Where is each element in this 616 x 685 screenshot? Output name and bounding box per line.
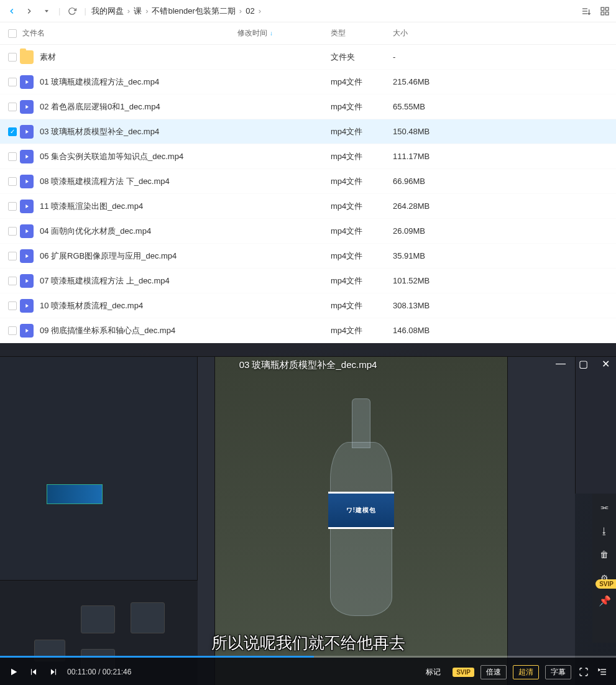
svg-rect-6 bbox=[601, 12, 604, 15]
svg-marker-13 bbox=[25, 205, 29, 208]
file-size: - bbox=[393, 52, 467, 62]
column-header-row: 文件名 修改时间↓ 类型 大小 bbox=[0, 22, 616, 45]
chevron-right-icon: › bbox=[239, 6, 242, 16]
speed-button[interactable]: 倍速 bbox=[480, 665, 507, 679]
folder-icon bbox=[20, 50, 34, 64]
row-checkbox[interactable] bbox=[8, 103, 17, 111]
refresh-button[interactable] bbox=[65, 4, 79, 18]
column-header-type[interactable]: 类型 bbox=[331, 28, 393, 39]
breadcrumb-item[interactable]: 不错blender包装第二期 bbox=[152, 6, 235, 17]
breadcrumb: 我的网盘 › 课 › 不错blender包装第二期 › 02 › bbox=[91, 6, 261, 17]
svg-marker-20 bbox=[32, 669, 36, 674]
row-checkbox[interactable] bbox=[8, 227, 17, 236]
file-size: 26.09MB bbox=[393, 226, 467, 236]
file-size: 111.17MB bbox=[393, 152, 467, 161]
sort-button[interactable] bbox=[580, 5, 592, 17]
file-row[interactable]: 04 面朝向优化水材质_dec.mp4mp4文件26.09MB bbox=[0, 219, 616, 244]
row-checkbox[interactable]: ✓ bbox=[8, 127, 17, 136]
bottle-label: ワ!建模包 bbox=[328, 492, 394, 529]
nav-dropdown-button[interactable] bbox=[40, 4, 53, 18]
row-checkbox[interactable] bbox=[8, 277, 17, 285]
chevron-right-icon: › bbox=[127, 6, 130, 16]
row-checkbox[interactable] bbox=[8, 78, 17, 86]
row-checkbox[interactable] bbox=[8, 252, 17, 260]
file-row[interactable]: 08 喷漆瓶建模流程方法 下_dec.mp4mp4文件66.96MB bbox=[0, 169, 616, 194]
file-row[interactable]: 02 着色器底层逻辑0和1_dec.mp4mp4文件65.55MB bbox=[0, 94, 616, 119]
share-icon[interactable]: ⫘ bbox=[597, 500, 612, 515]
file-row[interactable]: 09 彻底搞懂坐标系和轴心点_dec.mp4mp4文件146.08MB bbox=[0, 318, 616, 343]
row-checkbox[interactable] bbox=[8, 202, 17, 211]
close-button[interactable]: ✕ bbox=[599, 357, 612, 370]
file-name: 01 玻璃瓶建模流程方法_dec.mp4 bbox=[40, 76, 159, 88]
download-icon[interactable]: ⭳ bbox=[597, 523, 612, 538]
row-checkbox[interactable] bbox=[8, 301, 17, 310]
file-list: 素材文件夹-01 玻璃瓶建模流程方法_dec.mp4mp4文件215.46MB0… bbox=[0, 45, 616, 343]
select-all-checkbox[interactable] bbox=[5, 29, 20, 38]
file-row[interactable]: 01 玻璃瓶建模流程方法_dec.mp4mp4文件215.46MB bbox=[0, 70, 616, 94]
player-control-bar: 00:11:00 / 00:21:46 标记 SVIP 倍速 超清 字幕 bbox=[0, 658, 616, 685]
breadcrumb-item[interactable]: 我的网盘 bbox=[91, 6, 124, 17]
row-checkbox[interactable] bbox=[8, 152, 17, 161]
time-display: 00:11:00 / 00:21:46 bbox=[67, 668, 131, 676]
svg-marker-14 bbox=[25, 229, 29, 233]
pin-icon[interactable]: 📌 bbox=[599, 595, 611, 607]
row-checkbox[interactable] bbox=[8, 53, 17, 62]
file-size: 215.46MB bbox=[393, 77, 467, 86]
file-row[interactable]: 10 喷漆瓶材质流程_dec.mp4mp4文件308.13MB bbox=[0, 293, 616, 318]
play-button[interactable] bbox=[7, 666, 20, 678]
file-type: mp4文件 bbox=[331, 226, 393, 237]
svg-marker-17 bbox=[25, 304, 29, 308]
file-name: 04 面朝向优化水材质_dec.mp4 bbox=[40, 226, 151, 237]
file-row[interactable]: 11 喷漆瓶渲染出图_dec.mp4mp4文件264.28MB bbox=[0, 194, 616, 219]
column-header-name[interactable]: 文件名 bbox=[20, 28, 237, 39]
grid-view-button[interactable] bbox=[599, 5, 611, 17]
playlist-button[interactable] bbox=[596, 666, 609, 678]
svg-rect-4 bbox=[601, 7, 604, 11]
svg-marker-10 bbox=[25, 130, 29, 134]
video-file-icon bbox=[20, 299, 34, 313]
window-controls: ― ▢ ✕ bbox=[554, 357, 612, 370]
breadcrumb-item[interactable]: 02 bbox=[246, 6, 254, 16]
file-size: 308.13MB bbox=[393, 301, 467, 310]
minimize-button[interactable]: ― bbox=[554, 357, 568, 370]
file-row[interactable]: 06 扩展RGB图像原理与应用_dec.mp4mp4文件35.91MB bbox=[0, 244, 616, 269]
delete-icon[interactable]: 🗑 bbox=[597, 547, 612, 562]
caption-button[interactable]: 字幕 bbox=[545, 665, 571, 679]
video-file-icon bbox=[20, 200, 34, 213]
next-button[interactable] bbox=[47, 666, 60, 678]
svip-label: SVIP bbox=[453, 668, 474, 677]
file-row[interactable]: 素材文件夹- bbox=[0, 45, 616, 70]
file-row[interactable]: 07 喷漆瓶建模流程方法 上_dec.mp4mp4文件101.52MB bbox=[0, 269, 616, 293]
row-checkbox[interactable] bbox=[8, 326, 17, 335]
mark-button[interactable]: 标记 bbox=[420, 665, 446, 679]
svg-marker-27 bbox=[599, 669, 600, 671]
file-size: 65.55MB bbox=[393, 102, 467, 111]
separator: | bbox=[84, 6, 86, 16]
row-checkbox[interactable] bbox=[8, 177, 17, 186]
svip-badge[interactable]: SVIP bbox=[595, 579, 616, 589]
breadcrumb-item[interactable]: 课 bbox=[134, 6, 142, 17]
video-file-icon bbox=[20, 274, 34, 288]
file-name: 02 着色器底层逻辑0和1_dec.mp4 bbox=[40, 101, 160, 113]
nav-back-button[interactable] bbox=[5, 4, 19, 18]
svg-rect-23 bbox=[55, 669, 56, 674]
svg-marker-16 bbox=[25, 279, 29, 283]
video-file-icon bbox=[20, 175, 34, 188]
nav-forward-button[interactable] bbox=[22, 4, 36, 18]
svg-marker-0 bbox=[45, 10, 48, 12]
file-row[interactable]: ✓03 玻璃瓶材质模型补全_dec.mp4mp4文件150.48MB bbox=[0, 119, 616, 144]
svg-rect-21 bbox=[31, 669, 32, 674]
svg-marker-8 bbox=[25, 80, 29, 84]
file-type: mp4文件 bbox=[331, 126, 393, 137]
prev-button[interactable] bbox=[27, 666, 40, 678]
fullscreen-button[interactable] bbox=[577, 666, 590, 678]
file-type: mp4文件 bbox=[331, 151, 393, 162]
column-header-size[interactable]: 大小 bbox=[393, 28, 467, 39]
sort-desc-icon: ↓ bbox=[270, 30, 273, 37]
column-header-date[interactable]: 修改时间↓ bbox=[237, 28, 331, 39]
video-file-icon bbox=[20, 75, 34, 89]
file-row[interactable]: 05 集合实例关联追加等知识点_dec.mp4mp4文件111.17MB bbox=[0, 144, 616, 169]
maximize-button[interactable]: ▢ bbox=[576, 357, 590, 370]
svg-marker-12 bbox=[25, 180, 29, 183]
quality-button[interactable]: 超清 bbox=[513, 665, 539, 679]
